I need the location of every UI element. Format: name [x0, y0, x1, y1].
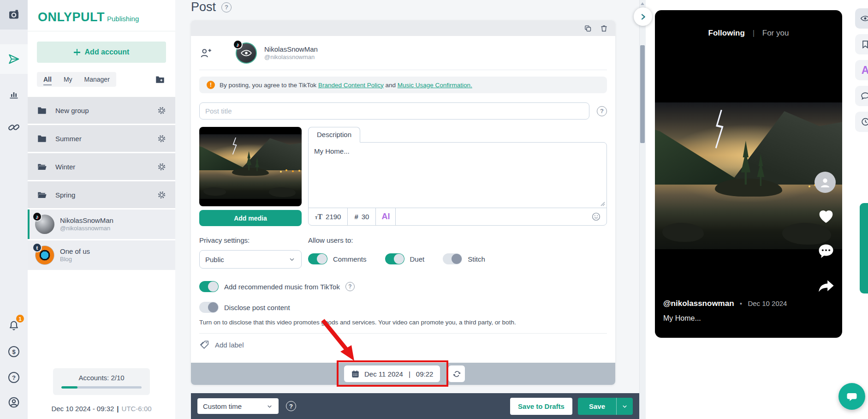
like-button[interactable]: [816, 207, 836, 225]
emoji-picker-button[interactable]: [591, 212, 601, 221]
group-row-new-group[interactable]: New group: [28, 97, 175, 124]
add-label-text: Add label: [215, 341, 244, 349]
tab-manager[interactable]: Manager: [84, 76, 110, 83]
time-mode-select[interactable]: Custom time: [197, 398, 279, 414]
add-media-button[interactable]: Add media: [199, 210, 302, 226]
privacy-column: Privacy settings: Public: [199, 236, 302, 269]
folder-closed-icon: [37, 105, 47, 115]
side-panel-handle[interactable]: [860, 203, 868, 293]
refresh-icon: [452, 370, 461, 378]
support-chat-button[interactable]: [838, 383, 865, 410]
save-button[interactable]: Save: [578, 398, 616, 415]
char-counter: тT 2190: [309, 208, 348, 225]
toggle-duet[interactable]: [385, 253, 404, 264]
nav-billing[interactable]: $: [0, 337, 28, 366]
toggle-disclose-content[interactable]: [199, 302, 219, 313]
sidebar-account-one-of-us[interactable]: t One of us Blog: [28, 240, 175, 270]
group-name: New group: [55, 107, 149, 114]
chevron-down-icon: [288, 256, 296, 263]
bookmark-icon: [861, 40, 868, 49]
branded-content-policy-link[interactable]: Branded Content Policy: [318, 82, 384, 89]
help-icon[interactable]: ?: [221, 2, 232, 12]
video-frame: [199, 134, 302, 199]
post-account-handle: @nikolassnowman: [264, 54, 318, 61]
comments-button[interactable]: [816, 242, 836, 260]
allow-toggles: Comments Duet Stitch: [308, 253, 607, 264]
nav-analytics[interactable]: [0, 79, 28, 109]
add-label-button[interactable]: Add label: [199, 334, 607, 356]
ai-assistant-button[interactable]: AI: [376, 208, 396, 225]
group-settings-gear[interactable]: [157, 106, 166, 115]
ai-tools-button[interactable]: A: [855, 60, 868, 80]
repeat-post-button[interactable]: [448, 365, 465, 382]
toggle-comments[interactable]: [308, 253, 327, 264]
collapse-preview-button[interactable]: [634, 7, 652, 26]
nav-notifications[interactable]: 1: [0, 311, 28, 341]
accounts-usage-bar: [61, 386, 142, 389]
disclose-toggle-label: Disclose post content: [224, 304, 290, 311]
eye-icon: [240, 47, 252, 59]
accounts-usage-label: Accounts: 2/10: [61, 374, 142, 382]
post-title-input[interactable]: Post title: [199, 102, 589, 120]
save-options-button[interactable]: [616, 398, 633, 415]
scrollbar-up-arrow[interactable]: [641, 2, 644, 5]
add-account-button[interactable]: Add account: [37, 42, 166, 63]
comments-panel-button[interactable]: [855, 86, 868, 106]
add-account-label: Add account: [85, 48, 130, 56]
description-textarea[interactable]: My Home...: [309, 143, 606, 208]
plus-icon: [74, 49, 80, 55]
tiktok-preview: Following | For you @nikolassnowman • De…: [655, 10, 842, 338]
delete-post-button[interactable]: [600, 24, 608, 32]
schedule-datetime-button[interactable]: Dec 11 2024 | 09:22: [344, 365, 440, 382]
save-to-drafts-button[interactable]: Save to Drafts: [510, 398, 572, 415]
nav-publishing[interactable]: [0, 44, 28, 74]
scrollbar-thumb[interactable]: [640, 45, 645, 143]
group-settings-gear[interactable]: [157, 134, 166, 143]
group-settings-gear[interactable]: [157, 162, 166, 171]
tab-all[interactable]: All: [43, 76, 52, 85]
sidebar-account-nikolassnowman[interactable]: ♪ NikolasSnowMan @nikolassnowman: [28, 210, 175, 239]
toggle-stitch[interactable]: [443, 253, 462, 264]
history-button[interactable]: [855, 112, 868, 132]
group-row-spring[interactable]: Spring: [28, 181, 175, 208]
share-button[interactable]: [816, 277, 836, 294]
add-group-button[interactable]: [155, 74, 165, 84]
smiley-icon: [591, 212, 601, 221]
duplicate-post-button[interactable]: [584, 24, 592, 32]
lightning: [711, 110, 730, 150]
clock-history-icon: [860, 117, 868, 127]
preview-toggle-button[interactable]: [855, 8, 868, 29]
description-box: My Home... тT 2190 # 30: [308, 142, 607, 226]
video-frame: [655, 102, 842, 249]
group-row-winter[interactable]: Winter: [28, 153, 175, 180]
group-settings-gear[interactable]: [157, 191, 166, 199]
music-usage-link[interactable]: Music Usage Confirmation.: [398, 82, 472, 89]
time-help-icon[interactable]: ?: [286, 401, 296, 411]
title-help-icon[interactable]: ?: [597, 106, 607, 116]
toolbar-spacer: [396, 208, 591, 225]
resize-handle-icon[interactable]: [600, 202, 605, 206]
tab-description[interactable]: Description: [308, 127, 360, 143]
toggle-recommended-music[interactable]: [199, 281, 219, 292]
nav-links[interactable]: [0, 113, 28, 142]
post-account-name: NikolasSnowMan: [264, 45, 318, 54]
group-name: Winter: [55, 163, 149, 171]
page-title: Post: [191, 0, 216, 14]
post-account-avatar[interactable]: ♪: [236, 42, 257, 64]
group-row-summer[interactable]: Summer: [28, 125, 175, 152]
add-account-to-post-button[interactable]: [199, 47, 212, 60]
tab-following[interactable]: Following: [708, 29, 745, 37]
tab-for-you[interactable]: For you: [762, 29, 789, 37]
brand-suffix: Publishing: [107, 15, 139, 23]
allow-label: Allow users to:: [308, 236, 607, 244]
nav-camera[interactable]: [0, 0, 28, 30]
media-thumbnail[interactable]: [199, 127, 302, 206]
nav-profile[interactable]: [0, 388, 28, 417]
eye-icon: [860, 13, 868, 24]
privacy-select[interactable]: Public: [199, 250, 302, 269]
bookmark-button[interactable]: [855, 34, 868, 54]
preview-avatar[interactable]: [814, 172, 836, 193]
avatar: ♪: [35, 215, 54, 234]
tab-my[interactable]: My: [64, 76, 72, 83]
music-help-icon[interactable]: ?: [345, 282, 355, 291]
